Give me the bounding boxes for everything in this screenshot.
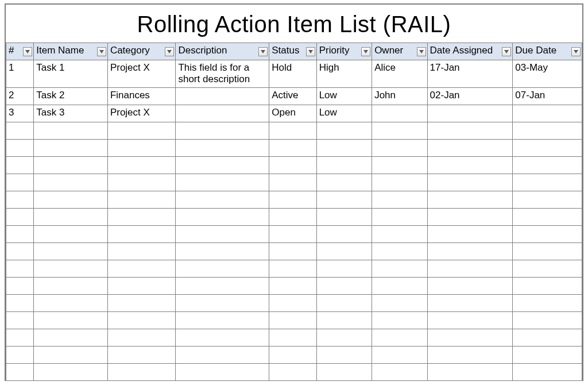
cell-empty[interactable] (372, 226, 427, 243)
cell-empty[interactable] (176, 364, 269, 381)
cell-empty[interactable] (427, 140, 513, 157)
cell-empty[interactable] (372, 174, 427, 191)
cell-empty[interactable] (6, 278, 34, 295)
column-header-desc[interactable]: Description (176, 43, 269, 60)
cell-empty[interactable] (316, 295, 372, 312)
cell-owner[interactable]: Alice (372, 60, 427, 88)
cell-empty[interactable] (107, 140, 176, 157)
cell-empty[interactable] (34, 295, 108, 312)
cell-empty[interactable] (6, 157, 34, 174)
cell-empty[interactable] (372, 329, 427, 346)
cell-empty[interactable] (269, 364, 316, 381)
cell-empty[interactable] (269, 278, 316, 295)
filter-dropdown-icon[interactable] (258, 47, 268, 56)
cell-empty[interactable] (427, 209, 513, 226)
cell-empty[interactable] (176, 243, 269, 260)
cell-empty[interactable] (107, 278, 176, 295)
column-header-due[interactable]: Due Date (513, 43, 582, 60)
cell-empty[interactable] (107, 346, 176, 364)
cell-empty[interactable] (34, 226, 108, 243)
cell-empty[interactable] (34, 260, 108, 278)
cell-empty[interactable] (316, 226, 372, 243)
cell-priority[interactable]: Low (316, 88, 372, 105)
cell-empty[interactable] (372, 295, 427, 312)
cell-empty[interactable] (269, 346, 316, 364)
cell-empty[interactable] (427, 174, 513, 191)
cell-assigned[interactable]: 17-Jan (427, 60, 513, 88)
cell-empty[interactable] (513, 329, 582, 346)
cell-desc[interactable] (176, 105, 269, 122)
cell-empty[interactable] (176, 140, 269, 157)
column-header-name[interactable]: Item Name (34, 43, 108, 60)
cell-empty[interactable] (107, 122, 176, 140)
cell-empty[interactable] (34, 140, 108, 157)
cell-empty[interactable] (176, 329, 269, 346)
cell-empty[interactable] (6, 243, 34, 260)
cell-empty[interactable] (427, 295, 513, 312)
cell-empty[interactable] (34, 157, 108, 174)
cell-empty[interactable] (176, 157, 269, 174)
cell-empty[interactable] (513, 226, 582, 243)
column-header-assigned[interactable]: Date Assigned (427, 43, 513, 60)
cell-empty[interactable] (6, 174, 34, 191)
cell-empty[interactable] (34, 209, 108, 226)
cell-due[interactable] (513, 105, 582, 122)
cell-empty[interactable] (107, 295, 176, 312)
filter-dropdown-icon[interactable] (165, 47, 174, 56)
cell-empty[interactable] (427, 346, 513, 364)
cell-empty[interactable] (176, 226, 269, 243)
cell-empty[interactable] (107, 191, 176, 209)
cell-empty[interactable] (269, 226, 316, 243)
cell-empty[interactable] (427, 191, 513, 209)
cell-empty[interactable] (6, 122, 34, 140)
column-header-priority[interactable]: Priority (316, 43, 372, 60)
cell-empty[interactable] (316, 243, 372, 260)
cell-empty[interactable] (269, 157, 316, 174)
cell-empty[interactable] (269, 174, 316, 191)
filter-dropdown-icon[interactable] (23, 47, 32, 56)
cell-num[interactable]: 3 (6, 105, 34, 122)
cell-empty[interactable] (427, 364, 513, 381)
cell-empty[interactable] (107, 243, 176, 260)
cell-category[interactable]: Finances (107, 88, 176, 105)
cell-assigned[interactable] (427, 105, 513, 122)
cell-empty[interactable] (6, 226, 34, 243)
cell-empty[interactable] (269, 260, 316, 278)
cell-empty[interactable] (372, 364, 427, 381)
filter-dropdown-icon[interactable] (306, 47, 315, 56)
cell-empty[interactable] (316, 346, 372, 364)
cell-desc[interactable] (176, 88, 269, 105)
cell-empty[interactable] (427, 329, 513, 346)
cell-priority[interactable]: Low (316, 105, 372, 122)
column-header-status[interactable]: Status (269, 43, 316, 60)
cell-empty[interactable] (269, 312, 316, 329)
cell-empty[interactable] (6, 312, 34, 329)
cell-owner[interactable]: John (372, 88, 427, 105)
cell-empty[interactable] (372, 122, 427, 140)
cell-empty[interactable] (107, 157, 176, 174)
cell-empty[interactable] (176, 312, 269, 329)
cell-empty[interactable] (513, 191, 582, 209)
cell-empty[interactable] (107, 174, 176, 191)
filter-dropdown-icon[interactable] (417, 47, 426, 56)
filter-dropdown-icon[interactable] (502, 47, 511, 56)
cell-empty[interactable] (6, 295, 34, 312)
cell-empty[interactable] (372, 260, 427, 278)
cell-empty[interactable] (427, 157, 513, 174)
cell-empty[interactable] (513, 312, 582, 329)
cell-category[interactable]: Project X (107, 60, 176, 88)
cell-empty[interactable] (34, 312, 108, 329)
cell-empty[interactable] (427, 278, 513, 295)
cell-empty[interactable] (6, 209, 34, 226)
cell-empty[interactable] (176, 209, 269, 226)
filter-dropdown-icon[interactable] (97, 47, 106, 56)
cell-empty[interactable] (513, 140, 582, 157)
cell-empty[interactable] (316, 122, 372, 140)
cell-empty[interactable] (427, 226, 513, 243)
cell-num[interactable]: 2 (6, 88, 34, 105)
cell-num[interactable]: 1 (6, 60, 34, 88)
cell-name[interactable]: Task 2 (34, 88, 108, 105)
cell-empty[interactable] (107, 364, 176, 381)
cell-empty[interactable] (34, 346, 108, 364)
cell-empty[interactable] (107, 312, 176, 329)
